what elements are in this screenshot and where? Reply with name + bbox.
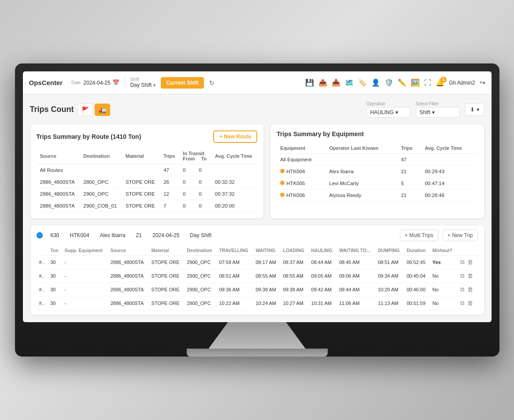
- operation-value: HAULING: [370, 109, 394, 115]
- page-title: Trips Count: [30, 105, 74, 114]
- edit-icon[interactable]: ✏️: [398, 78, 407, 87]
- cell-avg: [211, 164, 257, 176]
- cell-avg: [421, 154, 477, 166]
- download-icon[interactable]: 📥: [332, 78, 340, 87]
- cell-mishaul: No: [430, 269, 457, 283]
- cell-mishaul: Yes: [430, 256, 457, 269]
- new-route-button[interactable]: + New Route: [213, 130, 257, 143]
- notification-icon[interactable]: 🔔 6: [436, 78, 444, 87]
- current-shift-button[interactable]: Current Shift: [161, 77, 203, 89]
- col-waiting: WAITING: [253, 245, 280, 256]
- status-dot: [280, 169, 285, 173]
- cell-from: 0: [179, 176, 195, 188]
- cell-avg: 00:29:43: [421, 166, 477, 178]
- col-ton: Ton: [48, 245, 62, 256]
- download-icon: ⬇: [470, 106, 475, 113]
- delete-icon[interactable]: 🗑: [467, 272, 473, 279]
- filter-value: Shift: [420, 109, 430, 115]
- table-row[interactable]: 2886_4800STA 2900_COB_01 STOPE ORE 7 0 0…: [37, 200, 258, 212]
- cell-dest: 2900_OPC: [184, 256, 216, 269]
- table-row[interactable]: All Routes 47 0 0: [37, 164, 258, 176]
- cell-destination: 2900_COB_01: [80, 200, 122, 212]
- refresh-icon[interactable]: ↻: [209, 79, 214, 86]
- copy-icon[interactable]: ⧉: [460, 300, 464, 306]
- copy-icon[interactable]: ⧉: [460, 286, 464, 293]
- col-mishaul: Mishaul?: [430, 245, 457, 256]
- cell-material: STOPE ORE: [149, 269, 185, 283]
- cell-source: 2886_4800STA: [37, 176, 80, 188]
- copy-icon[interactable]: ⧉: [460, 259, 464, 265]
- cell-operator: Alyissa Reedy: [325, 190, 397, 201]
- trip-radio[interactable]: [37, 232, 43, 238]
- delete-icon[interactable]: 🗑: [467, 259, 473, 265]
- cell-trips: 7: [160, 200, 179, 212]
- cell-material: STOPE ORE: [122, 176, 160, 188]
- new-trip-button[interactable]: + New Trip: [443, 230, 478, 241]
- fullscreen-icon[interactable]: ⛶: [424, 79, 431, 87]
- photo-icon[interactable]: 🖼️: [411, 78, 420, 87]
- cell-duration: 00:46:00: [404, 283, 429, 297]
- trip-date: 2024-04-25: [152, 232, 179, 238]
- user-name: Gh Admin2: [449, 80, 475, 86]
- monitor-stand: [209, 322, 306, 349]
- truck-view-btn[interactable]: 🚛: [95, 104, 110, 116]
- col-supp-eq: Supp. Equipment: [62, 245, 107, 256]
- shift-group[interactable]: Shift Day Shift ▾: [130, 77, 156, 88]
- shield-icon[interactable]: 🛡️: [385, 78, 393, 87]
- shift-dropdown[interactable]: Day Shift ▾: [130, 82, 156, 88]
- cell-actions: ⧉ 🗑: [457, 269, 478, 283]
- upload-icon[interactable]: 📤: [318, 78, 327, 87]
- logout-icon[interactable]: ↪: [480, 78, 485, 87]
- map-icon[interactable]: 🗺️: [345, 78, 354, 87]
- divider: [125, 76, 125, 89]
- download-button[interactable]: ⬇ ▾: [465, 103, 484, 116]
- cell-avg: 00:28:46: [421, 190, 477, 201]
- person-icon[interactable]: 👤: [371, 78, 380, 87]
- col-material: Material: [122, 148, 160, 164]
- save-icon[interactable]: 💾: [305, 78, 314, 87]
- cell-travelling: 09:36 AM: [216, 283, 253, 297]
- flag-view-btn[interactable]: 🚩: [78, 104, 93, 116]
- cell-ton: 30: [48, 256, 62, 269]
- cell-supp: -: [62, 297, 107, 310]
- tag-icon[interactable]: 🏷️: [358, 78, 367, 87]
- cell-to: 0: [196, 164, 211, 176]
- trip-meta: 630 HTK004 Alex Ibarra 21 2024-04-25 Day…: [51, 232, 392, 238]
- table-row[interactable]: #.. 30 - 2886_4800STA STOPE ORE 2900_OPC…: [37, 269, 478, 283]
- date-label: Date: [71, 80, 81, 85]
- filter-select[interactable]: Shift ▾: [416, 107, 460, 118]
- table-row[interactable]: 2886_4800STA 2800_OPC STOPE ORE 26 0 0 0…: [37, 176, 258, 188]
- operation-select[interactable]: HAULING ▾: [366, 107, 410, 118]
- table-row[interactable]: HTK005 Levi McCarty 5 00:47:14: [277, 178, 477, 190]
- cell-loading: 09:38 AM: [280, 283, 308, 297]
- trip-shift: Day Shift: [190, 232, 211, 238]
- col-source: Source: [108, 245, 149, 256]
- table-row[interactable]: HTK004 Alex Ibarra 21 00:29:43: [277, 166, 477, 178]
- col-destination: Destination: [184, 245, 216, 256]
- cell-waiting-to: 09:44 AM: [337, 283, 375, 297]
- cell-dest: 2900_OPC: [184, 269, 216, 283]
- delete-icon[interactable]: 🗑: [467, 300, 473, 306]
- cell-from: 0: [179, 188, 195, 200]
- table-row[interactable]: #.. 30 - 2886_4800STA STOPE ORE 2900_OPC…: [37, 283, 478, 297]
- cell-operator: [325, 154, 397, 166]
- table-row[interactable]: 2886_4800STA 2900_OPC STOPE ORE 12 0 0 0…: [37, 188, 258, 200]
- cell-actions: ⧉ 🗑: [457, 256, 478, 269]
- monitor-base: [187, 349, 328, 357]
- delete-icon[interactable]: 🗑: [467, 286, 473, 293]
- date-value[interactable]: 2024-04-25 📅: [83, 79, 119, 86]
- cell-travelling: 07:58 AM: [216, 256, 253, 269]
- table-row[interactable]: #.. 30 - 2886_4800STA STOPE ORE 2900_OPC…: [37, 256, 478, 269]
- cell-source: 2886_4800STA: [108, 256, 149, 269]
- cell-from: 0: [179, 164, 195, 176]
- trips-table: Ton Supp. Equipment Source Material Dest…: [37, 245, 478, 310]
- copy-icon[interactable]: ⧉: [460, 272, 464, 279]
- cell-operator: Levi McCarty: [325, 178, 397, 190]
- chevron-down-icon: ▾: [477, 106, 480, 113]
- table-row[interactable]: #.. 30 - 2886_4800STA STOPE ORE 2900_OPC…: [37, 297, 478, 310]
- col-duration: Duration: [404, 245, 429, 256]
- cell-to: 0: [196, 200, 211, 212]
- multi-trips-button[interactable]: + Multi Trips: [400, 230, 438, 241]
- table-row[interactable]: All Equipment 47: [277, 154, 477, 166]
- table-row[interactable]: HTK006 Alyissa Reedy 21 00:28:46: [277, 190, 477, 201]
